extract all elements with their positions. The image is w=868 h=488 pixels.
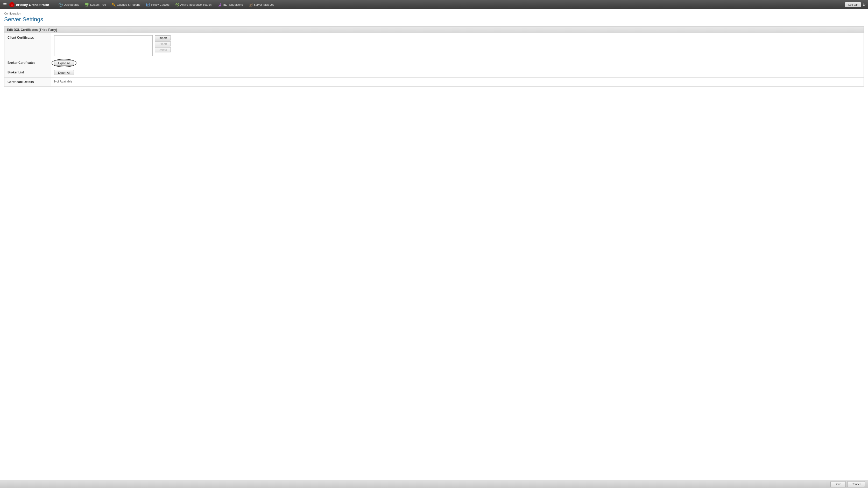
tie-reputations-label: TIE Reputations — [222, 3, 243, 6]
dashboards-label: Dashboards — [64, 3, 79, 6]
export-all-broker-button[interactable]: Export All — [54, 60, 74, 66]
broker-certificates-label: Broker Certificates — [4, 58, 51, 68]
nav-item-dashboards[interactable]: Dashboards — [56, 2, 82, 8]
broker-list-value: Export All — [51, 68, 864, 78]
brand-label: ePolicy Orchestrator — [16, 3, 49, 7]
export-button[interactable]: Export — [155, 41, 171, 47]
certificate-details-row: Certificate Details Not Available — [4, 78, 864, 87]
page-title: Server Settings — [4, 16, 864, 23]
broker-certificates-value: Export All — [51, 58, 864, 68]
nav-item-server-task-log[interactable]: Server Task Log — [246, 2, 277, 8]
cert-buttons: Import Export Delete — [155, 35, 171, 52]
main-content: Configuration Server Settings Edit DXL C… — [0, 9, 868, 480]
tie-reputations-icon — [217, 3, 221, 7]
client-certificates-label: Client Certificates — [4, 33, 51, 58]
not-available-text: Not Available — [54, 80, 72, 83]
svg-point-7 — [219, 5, 221, 6]
navbar-right: Log Off ⚙ — [845, 2, 866, 7]
client-certificates-row: Client Certificates Import Export Delete — [4, 33, 864, 58]
dashboards-icon — [59, 3, 63, 7]
export-all-broker-list-button[interactable]: Export All — [54, 70, 74, 75]
export-all-broker-wrapper: Export All — [54, 60, 74, 66]
certificate-details-value: Not Available — [51, 78, 864, 87]
breadcrumb: Configuration — [4, 12, 864, 15]
navbar: ☰ ePolicy Orchestrator Dashboards System — [0, 0, 868, 9]
svg-rect-4 — [146, 4, 147, 6]
server-task-log-label: Server Task Log — [254, 3, 274, 6]
queries-reports-icon — [112, 3, 116, 7]
import-button[interactable]: Import — [155, 35, 171, 40]
nav-separator — [55, 2, 55, 7]
logoff-button[interactable]: Log Off — [845, 2, 861, 7]
section-header: Edit DXL Certificates (Third Party) — [4, 26, 864, 33]
nav-item-active-response[interactable]: Active Response Search — [173, 2, 214, 8]
form-table: Client Certificates Import Export Delete… — [4, 33, 864, 87]
settings-icon[interactable]: ⚙ — [863, 3, 866, 7]
nav-item-queries-reports[interactable]: Queries & Reports — [109, 2, 143, 8]
navbar-brand[interactable]: ePolicy Orchestrator — [8, 2, 52, 7]
broker-list-row: Broker List Export All — [4, 68, 864, 78]
nav-item-policy-catalog[interactable]: Policy Catalog — [143, 2, 172, 8]
brand-logo-icon — [9, 2, 14, 7]
menu-icon[interactable]: ☰ — [2, 1, 8, 8]
system-tree-label: System Tree — [90, 3, 106, 6]
client-certificates-textarea[interactable] — [54, 35, 153, 56]
svg-rect-1 — [85, 3, 88, 5]
delete-button[interactable]: Delete — [155, 47, 171, 52]
broker-certificates-row: Broker Certificates Export All — [4, 58, 864, 68]
queries-reports-label: Queries & Reports — [117, 3, 140, 6]
cert-area: Import Export Delete — [54, 35, 861, 56]
system-tree-icon — [85, 3, 89, 7]
broker-list-label: Broker List — [4, 68, 51, 78]
client-certificates-value: Import Export Delete — [51, 33, 864, 58]
nav-item-tie-reputations[interactable]: TIE Reputations — [215, 2, 245, 8]
server-task-log-icon — [249, 3, 253, 7]
policy-catalog-label: Policy Catalog — [151, 3, 169, 6]
active-response-label: Active Response Search — [180, 3, 212, 6]
certificate-details-label: Certificate Details — [4, 78, 51, 87]
active-response-icon — [175, 3, 179, 7]
policy-catalog-icon — [146, 3, 150, 7]
nav-item-system-tree[interactable]: System Tree — [82, 2, 108, 8]
